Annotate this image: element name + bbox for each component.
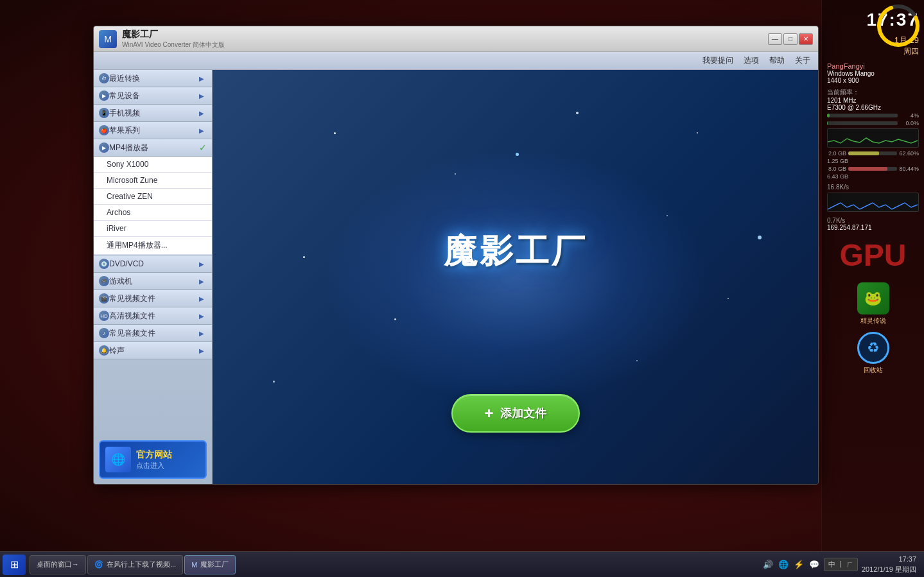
sidebar-item-ringtone[interactable]: 🔔 铃声 ▶ <box>94 342 212 359</box>
taskbar-clock-date: 2012/1/19 星期四 <box>862 565 916 574</box>
mp4-icon: ▶ <box>99 142 109 153</box>
creative-zen-label: Creative ZEN <box>107 192 153 201</box>
audio-icon: ♪ <box>99 328 109 338</box>
ring-icon: 🔔 <box>99 345 109 356</box>
menubar: 我要提问 选项 帮助 关于 <box>94 52 818 70</box>
sidebar-subitem-iriver[interactable]: iRiver <box>94 221 212 237</box>
sidebar-label-audio: 常见音频文件 <box>109 328 196 339</box>
sidebar-item-recent[interactable]: ⏱ 最近转换 ▶ <box>94 70 212 87</box>
cpu-graph <box>827 128 919 148</box>
sidebar-subitem-archos[interactable]: Archos <box>94 205 212 221</box>
tray-network-icon[interactable]: 🌐 <box>778 559 789 571</box>
dvd-icon: 💿 <box>99 259 109 269</box>
sidebar-label-mobile: 手机视频 <box>109 108 196 119</box>
menu-about[interactable]: 关于 <box>795 55 810 66</box>
close-button[interactable]: ✕ <box>799 33 813 45</box>
apple-icon: 🍎 <box>99 125 109 135</box>
sidebar-section-mp4: ▶ MP4播放器 ✓ Sony X1000 Microsoft Zune Cre… <box>94 139 212 255</box>
sidebar-item-common-device[interactable]: ▶ 常见设备 ▶ <box>94 87 212 105</box>
widget-ram2-total: 1.25 GB <box>827 158 848 164</box>
sidebar-item-mobile[interactable]: 📱 手机视频 ▶ <box>94 105 212 122</box>
sidebar-item-apple[interactable]: 🍎 苹果系列 ▶ <box>94 122 212 139</box>
widget-net-down: 0.7K/s <box>827 217 919 224</box>
menu-help-question[interactable]: 我要提问 <box>702 55 733 66</box>
net-graph <box>827 193 919 212</box>
widget-disk-total: 8.0 GB <box>827 166 846 172</box>
add-file-plus-icon: + <box>484 404 493 422</box>
menu-options[interactable]: 选项 <box>744 55 759 66</box>
sidebar-label-game: 游戏机 <box>109 276 196 287</box>
app-title-main: 魔影工厂 <box>122 29 768 40</box>
app-title-sub: WinAVI Video Converter 简体中文版 <box>122 40 768 49</box>
sidebar-label-common-device: 常见设备 <box>109 90 196 101</box>
sidebar-label-common-video: 常见视频文件 <box>109 293 196 304</box>
taskbar-clock-time: 17:37 <box>862 555 916 564</box>
tray-notify-icon[interactable]: 💬 <box>808 559 820 571</box>
ime-indicator[interactable]: 中 丨 ㄏ <box>824 558 858 571</box>
mobile-icon: 📱 <box>99 108 109 118</box>
sidebar-subitem-creative-zen[interactable]: Creative ZEN <box>94 189 212 205</box>
sony-label: Sony X1000 <box>107 160 148 169</box>
app-title: 魔影工厂 WinAVI Video Converter 简体中文版 <box>122 29 768 49</box>
sidebar-item-mp4[interactable]: ▶ MP4播放器 ✓ <box>94 139 212 157</box>
taskbar-desktop-label: 桌面的窗口→ <box>37 560 79 569</box>
widget-cpu2-bar-row: 0.0% <box>827 120 919 126</box>
add-file-label: 添加文件 <box>500 406 546 421</box>
main-content: 魔影工厂 + 添加文件 <box>213 70 818 484</box>
tray-sound-icon[interactable]: 🔊 <box>762 559 774 571</box>
sidebar-subitem-generic-mp4[interactable]: 通用MP4播放器... <box>94 237 212 255</box>
widget-cpu-bar-row: 4% <box>827 112 919 119</box>
taskbar-item-wind[interactable]: 🌀 在风行上下载了视频... <box>87 555 183 574</box>
app-window: M 魔影工厂 WinAVI Video Converter 简体中文版 — □ … <box>93 26 819 485</box>
recycle-icon: ♻ <box>857 332 889 364</box>
tray-battery-icon[interactable]: ⚡ <box>793 559 805 571</box>
widget-user: PangFangyi <box>827 62 919 70</box>
maximize-button[interactable]: □ <box>783 33 798 45</box>
taskbar-clock: 17:37 2012/1/19 星期四 <box>862 555 916 574</box>
widget-cpu-pct: 4% <box>900 112 919 119</box>
sidebar-item-audio[interactable]: ♪ 常见音频文件 ▶ <box>94 325 212 342</box>
menu-help[interactable]: 帮助 <box>769 55 785 66</box>
recycle-label: 回收站 <box>827 366 919 375</box>
taskbar-item-moying[interactable]: M 魔影工厂 <box>184 555 236 574</box>
recycle-bin[interactable]: ♻ 回收站 <box>827 332 919 375</box>
archos-label: Archos <box>107 208 130 217</box>
sidebar-arrow-video: ▶ <box>196 293 207 304</box>
recent-icon: ⏱ <box>99 73 109 83</box>
sidebar-subitem-zune[interactable]: Microsoft Zune <box>94 173 212 189</box>
widget-cpu2-pct: 0.0% <box>900 120 919 126</box>
sidebar-item-game[interactable]: 🎮 游戏机 ▶ <box>94 273 212 290</box>
widget-sprite[interactable]: 🐸 精灵传说 <box>827 282 919 325</box>
sidebar-item-dvd[interactable]: 💿 DVD/VCD ▶ <box>94 255 212 273</box>
widget-ip: 169.254.87.171 <box>827 224 919 231</box>
hd-icon: HD <box>99 311 109 321</box>
minimize-button[interactable]: — <box>768 33 782 45</box>
widget-disk2-bar-row: 6.43 GB <box>827 173 919 180</box>
official-site-title: 官方网站 <box>136 449 172 461</box>
taskbar: ⊞ 桌面的窗口→ 🌀 在风行上下载了视频... M 魔影工厂 🔊 🌐 ⚡ 💬 中… <box>0 551 924 577</box>
widget-resolution: 1440 x 900 <box>827 77 919 84</box>
widget-sprite-label: 精灵传说 <box>827 316 919 325</box>
widget-ram2-bar-row: 1.25 GB <box>827 158 919 164</box>
taskbar-item-desktop[interactable]: 桌面的窗口→ <box>30 555 86 574</box>
sidebar-label-dvd: DVD/VCD <box>109 259 196 268</box>
official-site-icon: 🌐 <box>105 447 131 472</box>
widget-gpu-label: GPU <box>827 237 919 273</box>
titlebar: M 魔影工厂 WinAVI Video Converter 简体中文版 — □ … <box>94 26 818 52</box>
sidebar-label-ringtone: 铃声 <box>109 345 196 356</box>
official-site-subtitle: 点击进入 <box>136 461 172 470</box>
sidebar-item-hd-video[interactable]: HD 高清视频文件 ▶ <box>94 307 212 325</box>
official-site-banner[interactable]: 🌐 官方网站 点击进入 <box>99 440 207 479</box>
sidebar-item-common-video[interactable]: 🎬 常见视频文件 ▶ <box>94 290 212 307</box>
video-icon: 🎬 <box>99 293 109 304</box>
zune-label: Microsoft Zune <box>107 176 157 185</box>
wind-icon: 🌀 <box>94 560 103 569</box>
widget-ram-pct: 62.60% <box>899 150 919 157</box>
sidebar-label-mp4: MP4播放器 <box>109 142 199 153</box>
widget-disk-pct: 80.44% <box>899 166 919 172</box>
generic-mp4-label: 通用MP4播放器... <box>107 241 168 250</box>
sidebar-subitem-sony[interactable]: Sony X1000 <box>94 157 212 173</box>
start-button[interactable]: ⊞ <box>3 555 26 575</box>
sidebar-arrow-apple: ▶ <box>196 125 207 135</box>
add-file-button[interactable]: + 添加文件 <box>451 394 579 433</box>
